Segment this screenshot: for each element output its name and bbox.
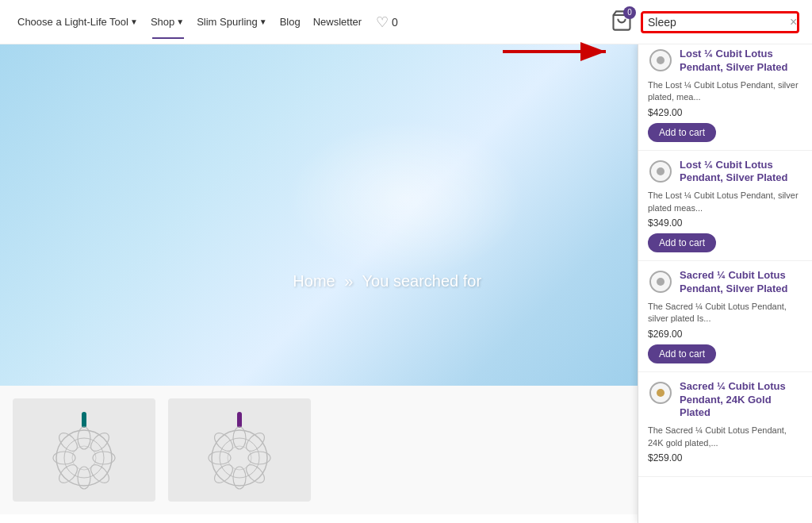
hero-breadcrumb: Home » You searched for	[293, 272, 481, 290]
list-item: Lost ¼ Cubit Lotus Pendant, Silver Plate…	[638, 44, 812, 151]
item-price: $259.00	[648, 452, 802, 463]
cart-button[interactable]: 0	[611, 10, 633, 35]
item-info: Sacred ¼ Cubit Lotus Pendant, Silver Pla…	[680, 269, 802, 298]
nav-label: Choose a Light-Life Tool	[17, 16, 128, 28]
lotus-image-teal	[13, 398, 155, 502]
item-header: Lost ¼ Cubit Lotus Pendant, Silver Plate…	[648, 159, 802, 187]
item-thumbnail	[648, 48, 673, 73]
header: Choose a Light-Life Tool ▼ Shop ▼ Slim S…	[0, 0, 812, 44]
product-thumb-2[interactable]	[168, 398, 311, 502]
svg-rect-14	[237, 412, 242, 428]
product-circle-thumb	[649, 271, 672, 293]
nav-item-choose[interactable]: Choose a Light-Life Tool ▼	[13, 13, 143, 31]
item-desc: The Sacred ¼ Cubit Lotus Pendant, silver…	[648, 301, 802, 325]
svg-point-4	[64, 438, 104, 478]
svg-point-10	[56, 429, 80, 454]
search-dropdown-panel: Lost ¼ Cubit Lotus Pendant, Silver Plate…	[638, 44, 812, 523]
item-title[interactable]: Lost ¼ Cubit Lotus Pendant, Silver Plate…	[680, 48, 802, 75]
item-desc: The Lost ¼ Cubit Lotus Pendant, silver p…	[648, 190, 802, 214]
item-thumbnail	[648, 269, 673, 294]
svg-point-13	[87, 461, 112, 486]
search-input[interactable]	[648, 16, 787, 29]
add-to-cart-button[interactable]: Add to cart	[648, 233, 716, 252]
svg-point-11	[87, 429, 112, 454]
list-item: Sacred ¼ Cubit Lotus Pendant, Silver Pla…	[638, 261, 812, 372]
svg-rect-2	[82, 412, 86, 428]
item-info: Lost ¼ Cubit Lotus Pendant, Silver Plate…	[680, 48, 802, 76]
item-thumbnail	[648, 380, 673, 406]
product-thumb-1[interactable]	[13, 398, 155, 502]
nav-item-newsletter[interactable]: Newsletter	[308, 13, 366, 31]
breadcrumb-searched: You searched for	[362, 272, 481, 290]
list-item: Lost ¼ Cubit Lotus Pendant, Silver Plate…	[638, 151, 812, 262]
nav-label: Shop	[151, 16, 174, 28]
hero-blob	[287, 120, 525, 279]
wishlist-count: 0	[392, 16, 398, 29]
silver-dot-icon	[657, 167, 665, 175]
product-circle-thumb	[649, 382, 672, 404]
product-circle-thumb	[649, 49, 672, 71]
item-price: $349.00	[648, 217, 802, 229]
header-right: 0 ×	[611, 10, 799, 35]
search-box: ×	[641, 11, 799, 33]
nav-label: Slim Spurling	[197, 16, 258, 28]
cart-badge: 0	[623, 6, 636, 19]
svg-point-24	[211, 461, 236, 486]
silver-dot-icon	[657, 278, 665, 286]
item-thumbnail	[648, 159, 673, 184]
svg-point-22	[211, 429, 236, 454]
nav-item-shop[interactable]: Shop ▼	[146, 13, 189, 31]
silver-dot-icon	[657, 56, 665, 64]
product-circle-thumb	[649, 160, 672, 183]
chevron-down-icon: ▼	[176, 17, 184, 26]
search-clear-button[interactable]: ×	[790, 15, 797, 29]
item-title[interactable]: Lost ¼ Cubit Lotus Pendant, Silver Plate…	[680, 159, 802, 186]
breadcrumb-separator: »	[344, 272, 353, 290]
svg-point-23	[243, 429, 267, 454]
nav-underline	[152, 37, 184, 39]
lotus-image-purple	[168, 398, 311, 502]
item-title[interactable]: Sacred ¼ Cubit Lotus Pendant, 24K Gold P…	[680, 380, 802, 421]
nav-label: Newsletter	[313, 16, 362, 28]
item-desc: The Lost ¼ Cubit Lotus Pendant, silver p…	[648, 79, 802, 104]
gold-dot-icon	[657, 389, 665, 397]
item-price: $429.00	[648, 107, 802, 118]
list-item: Sacred ¼ Cubit Lotus Pendant, 24K Gold P…	[638, 372, 812, 477]
chevron-down-icon: ▼	[259, 17, 267, 26]
item-info: Lost ¼ Cubit Lotus Pendant, Silver Plate…	[680, 159, 802, 187]
main-area: Home » You searched for	[0, 44, 812, 523]
item-price: $269.00	[648, 329, 802, 340]
item-title[interactable]: Sacred ¼ Cubit Lotus Pendant, Silver Pla…	[680, 269, 802, 296]
chevron-down-icon: ▼	[130, 17, 138, 26]
add-to-cart-button[interactable]: Add to cart	[648, 123, 716, 142]
item-info: Sacred ¼ Cubit Lotus Pendant, 24K Gold P…	[680, 380, 802, 422]
nav-item-slim[interactable]: Slim Spurling ▼	[192, 13, 272, 31]
item-header: Sacred ¼ Cubit Lotus Pendant, Silver Pla…	[648, 269, 802, 298]
heart-icon: ♡	[376, 13, 389, 31]
nav-bar: Choose a Light-Life Tool ▼ Shop ▼ Slim S…	[13, 13, 611, 31]
nav-item-blog[interactable]: Blog	[275, 13, 305, 31]
wishlist-button[interactable]: ♡ 0	[376, 13, 398, 31]
item-header: Sacred ¼ Cubit Lotus Pendant, 24K Gold P…	[648, 380, 802, 422]
item-desc: The Sacred ¼ Cubit Lotus Pendant, 24K go…	[648, 425, 802, 449]
nav-label: Blog	[280, 16, 301, 28]
item-header: Lost ¼ Cubit Lotus Pendant, Silver Plate…	[648, 48, 802, 76]
svg-point-16	[220, 438, 259, 478]
svg-point-25	[243, 461, 267, 486]
breadcrumb-home[interactable]: Home	[293, 272, 335, 290]
add-to-cart-button[interactable]: Add to cart	[648, 344, 716, 363]
svg-point-12	[56, 461, 80, 486]
